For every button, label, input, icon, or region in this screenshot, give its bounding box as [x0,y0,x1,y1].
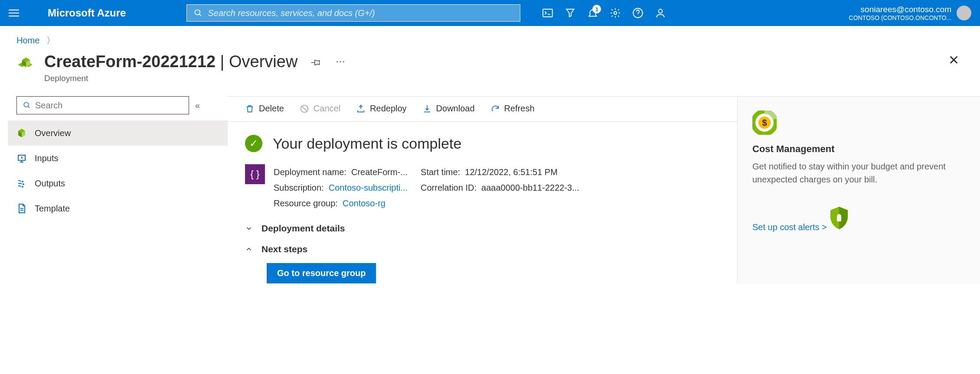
subscription-label: Subscription: [274,183,324,192]
svg-line-7 [28,106,29,108]
deployment-name-value: CreateForm-... [351,167,408,177]
go-to-resource-group-button[interactable]: Go to resource group [267,263,376,283]
correlation-id-value: aaaa0000-bb11-2222-3... [481,183,579,192]
redeploy-button[interactable]: Redeploy [356,104,407,114]
status-title: Your deployment is complete [273,135,461,152]
pin-icon[interactable] [310,58,321,68]
brand-label[interactable]: Microsoft Azure [48,7,126,19]
feedback-icon[interactable] [655,7,666,19]
refresh-icon [490,104,500,114]
cube-small-icon [16,128,27,138]
cost-alerts-link[interactable]: Set up cost alerts > [752,222,827,232]
close-icon[interactable]: ✕ [948,52,959,68]
cost-management-icon: $ [752,111,777,135]
more-icon[interactable]: ⋯ [336,56,345,67]
sidebar-search[interactable] [16,96,189,114]
svg-point-0 [195,10,200,15]
content: Delete Cancel Redeploy Download Refresh [228,96,980,283]
page-title: CreateForm-20221212 | Overview [44,52,297,71]
delete-button[interactable]: Delete [245,104,284,114]
content-main: Delete Cancel Redeploy Download Refresh [228,97,737,283]
trash-icon [245,104,255,114]
toolbar: Delete Cancel Redeploy Download Refresh [228,97,737,122]
search-icon [194,9,203,17]
help-icon[interactable] [632,7,644,19]
main-layout: « Overview Inputs Outputs Template Delet… [0,96,980,283]
svg-rect-2 [543,9,553,16]
search-icon [23,101,31,109]
cloud-shell-icon[interactable] [542,7,553,19]
template-icon [16,203,27,214]
shield-icon [829,206,849,230]
svg-text:$: $ [762,118,767,127]
cost-management-desc: Get notified to stay within your budget … [752,160,965,186]
page-subtitle: Deployment [44,74,297,83]
account-tenant: CONTOSO (CONTOSO.ONCONTO... [849,14,951,21]
subscription-link[interactable]: Contoso-subscripti... [329,183,408,192]
status-row: ✓ Your deployment is complete [228,122,737,156]
success-check-icon: ✓ [245,135,262,152]
cost-management-title: Cost Management [752,143,965,155]
resource-group-link[interactable]: Contoso-rg [343,198,385,208]
deployment-cube-icon [16,56,36,75]
download-icon [422,104,432,114]
page-title-row: CreateForm-20221212 | Overview Deploymen… [0,51,980,96]
sidebar-search-input[interactable] [35,101,183,111]
sidebar-item-label: Template [35,204,70,214]
deployment-name-label: Deployment name: [274,167,346,177]
refresh-button[interactable]: Refresh [490,104,535,114]
svg-point-5 [659,9,663,13]
global-search[interactable] [186,4,520,22]
sidebar-item-template[interactable]: Template [8,196,228,221]
start-time-label: Start time: [421,167,460,177]
chevron-up-icon [245,245,253,253]
next-steps-section[interactable]: Next steps [228,236,737,257]
menu-icon[interactable] [9,10,26,16]
correlation-id-label: Correlation ID: [421,183,477,192]
start-time-value: 12/12/2022, 6:51:51 PM [465,167,558,177]
global-search-input[interactable] [208,8,513,18]
deployment-details-section[interactable]: Deployment details [228,215,737,236]
header-icon-group: 1 [542,7,666,19]
chevron-right-icon: 〉 [46,36,55,45]
sidebar-item-label: Overview [35,128,71,138]
outputs-icon [16,178,27,189]
settings-icon[interactable] [610,7,621,19]
account-info[interactable]: soniarees@contoso.com CONTOSO (CONTOSO.O… [849,5,951,21]
inputs-icon [16,153,27,163]
svg-point-6 [24,102,29,107]
download-button[interactable]: Download [422,104,475,114]
avatar[interactable] [957,6,971,20]
sidebar-item-inputs[interactable]: Inputs [8,146,228,171]
collapse-icon[interactable]: « [195,101,200,111]
svg-rect-20 [837,217,841,221]
cancel-icon [300,104,309,114]
sidebar-item-overview[interactable]: Overview [8,120,228,146]
svg-point-3 [614,12,617,15]
svg-point-9 [22,181,23,182]
chevron-down-icon [245,224,253,232]
notifications-icon[interactable]: 1 [587,7,598,19]
cancel-button: Cancel [300,104,340,114]
sidebar-item-label: Outputs [35,179,65,189]
notification-badge: 1 [592,5,601,13]
redeploy-icon [356,104,366,114]
sidebar-item-outputs[interactable]: Outputs [8,171,228,196]
top-header: Microsoft Azure 1 soniarees@contoso.com … [0,0,980,26]
right-panel: $ Cost Management Get notified to stay w… [737,97,980,283]
deployment-details-row: { } Deployment name: CreateForm-... Subs… [228,156,737,215]
arm-template-icon: { } [245,164,265,184]
svg-line-15 [302,106,307,111]
sidebar: « Overview Inputs Outputs Template [0,96,228,283]
breadcrumb: Home 〉 [0,26,980,51]
svg-point-10 [23,184,24,185]
account-email: soniarees@contoso.com [849,5,951,14]
resource-group-label: Resource group: [274,198,338,208]
breadcrumb-home[interactable]: Home [16,36,39,45]
filter-icon[interactable] [565,7,576,19]
svg-point-11 [22,186,23,187]
svg-line-1 [199,14,201,16]
sidebar-item-label: Inputs [35,153,58,163]
